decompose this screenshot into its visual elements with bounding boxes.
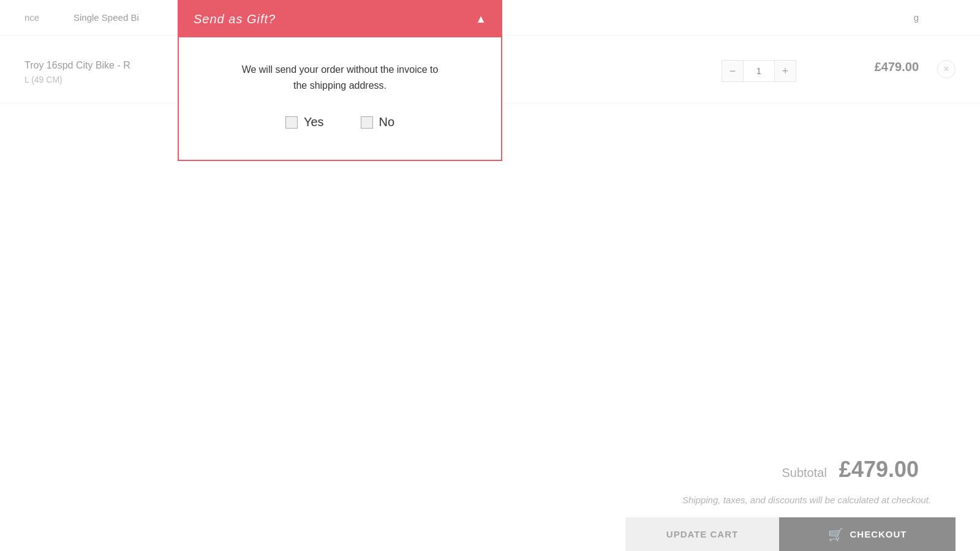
collapse-arrow-icon: ▲ — [475, 13, 486, 26]
gift-popup-body: We will send your order without the invo… — [179, 37, 501, 160]
gift-yes-checkbox[interactable] — [285, 116, 298, 129]
gift-popup-title: Send as Gift? — [194, 12, 276, 26]
gift-options: Yes No — [197, 115, 483, 129]
gift-popup: Send as Gift? ▲ We will send your order … — [178, 0, 502, 161]
gift-yes-option[interactable]: Yes — [285, 115, 324, 129]
gift-no-checkbox[interactable] — [361, 116, 373, 129]
gift-message: We will send your order without the invo… — [197, 62, 483, 93]
gift-no-option[interactable]: No — [361, 115, 395, 129]
gift-popup-header[interactable]: Send as Gift? ▲ — [179, 1, 501, 37]
gift-no-label: No — [379, 115, 395, 129]
page-content: nce Single Speed Bi g Troy 16spd City Bi… — [0, 0, 980, 551]
gift-yes-label: Yes — [304, 115, 324, 129]
